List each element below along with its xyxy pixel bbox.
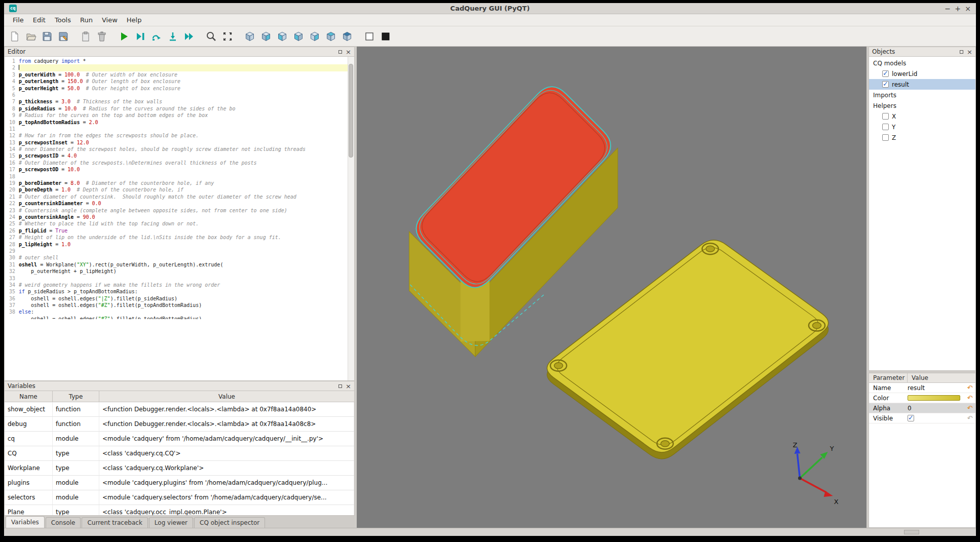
save-file-button[interactable] xyxy=(40,29,55,44)
editor-scrollbar[interactable] xyxy=(348,57,354,380)
variable-row-plugins[interactable]: pluginsmodule<module 'cadquery.plugins' … xyxy=(5,476,354,490)
variable-row-Workplane[interactable]: Workplanetype<class 'cadquery.cq.Workpla… xyxy=(5,461,354,476)
editor-float-icon[interactable] xyxy=(338,50,342,54)
code-line[interactable]: 27# Height of lip on the underside of th… xyxy=(5,234,348,241)
code-line[interactable]: 13p_screwpostInset = 12.0 xyxy=(5,139,348,146)
code-line[interactable]: 7p_thickness = 3.0 # Thickness of the bo… xyxy=(5,98,348,105)
variable-row-debug[interactable]: debugfunction<function Debugger.render.<… xyxy=(5,417,354,432)
code-line[interactable]: 37 oshell = oshell.edges("#Z").fillet(p_… xyxy=(5,302,348,308)
code-line[interactable]: 2 xyxy=(5,64,348,71)
undo-icon[interactable]: ↶ xyxy=(965,414,974,422)
step-into-button[interactable] xyxy=(165,29,180,44)
close-button[interactable]: × xyxy=(964,5,972,13)
open-file-button[interactable] xyxy=(23,29,39,44)
objects-float-icon[interactable] xyxy=(960,50,963,54)
view-right-button[interactable] xyxy=(307,29,322,44)
fit-all-button[interactable] xyxy=(220,29,235,44)
code-line[interactable]: 28p_lipHeight = 1.0 xyxy=(5,241,348,248)
render-button[interactable] xyxy=(117,29,132,44)
color-swatch[interactable] xyxy=(908,395,960,401)
code-line[interactable]: 8p_sideRadius = 10.0 # Radius for the cu… xyxy=(5,105,348,112)
debug-button[interactable] xyxy=(133,29,148,44)
menu-help[interactable]: Help xyxy=(122,15,146,25)
undo-icon[interactable]: ↶ xyxy=(965,404,974,412)
zoom-button[interactable] xyxy=(204,29,219,44)
clipboard-button[interactable] xyxy=(78,29,93,44)
code-editor[interactable]: 1from cadquery import *23p_outerWidth = … xyxy=(4,57,355,381)
code-line[interactable]: 38else: xyxy=(5,308,348,315)
viewport-3d[interactable]: Z Y X xyxy=(357,47,866,528)
tree-section-imports[interactable]: Imports xyxy=(869,90,975,100)
code-line[interactable]: 34# weird geometry happens if we make th… xyxy=(5,282,348,288)
tree-item-z[interactable]: Z xyxy=(869,132,975,143)
view-front-button[interactable] xyxy=(258,29,274,44)
code-line[interactable]: 15p_screwpostID = 4.0 xyxy=(5,152,348,159)
code-line[interactable]: 19p_boreDiameter = 8.0 # Diameter of the… xyxy=(5,180,348,186)
lid-model[interactable] xyxy=(547,240,828,459)
x-checkbox[interactable] xyxy=(882,113,889,120)
delete-button[interactable] xyxy=(94,29,109,44)
code-line[interactable]: 26p_flipLid = True xyxy=(5,227,348,234)
variable-row-Plane[interactable]: Planetype<class 'cadquery.occ_impl.geom.… xyxy=(5,505,354,516)
param-row-visible[interactable]: Visible↶ xyxy=(869,413,975,423)
code-line[interactable]: 12# How far in from the edges the screwp… xyxy=(5,132,348,139)
y-checkbox[interactable] xyxy=(882,124,889,130)
code-line[interactable]: 21# Outer diameter of countersink. Shoul… xyxy=(5,193,348,200)
editor-close-icon[interactable]: × xyxy=(346,49,351,55)
variable-row-selectors[interactable]: selectorsmodule<module 'cadquery.selecto… xyxy=(5,490,354,505)
tab-current-traceback[interactable]: Current traceback xyxy=(82,517,147,528)
tab-cq-object-inspector[interactable]: CQ object inspector xyxy=(194,517,265,528)
wireframe-button[interactable] xyxy=(362,29,377,44)
view-top-button[interactable] xyxy=(323,29,338,44)
code-line[interactable]: 6 xyxy=(5,92,348,98)
save-as-file-button[interactable] xyxy=(56,29,71,44)
scrollbar-thumb[interactable] xyxy=(349,64,353,158)
maximize-button[interactable]: + xyxy=(954,5,962,13)
visible-checkbox[interactable] xyxy=(908,415,914,421)
menu-tools[interactable]: Tools xyxy=(50,15,76,25)
view-left-button[interactable] xyxy=(291,29,306,44)
menu-run[interactable]: Run xyxy=(76,15,97,25)
code-line[interactable]: 20p_boreDepth = 1.0 # Depth of the count… xyxy=(5,186,348,193)
code-line[interactable]: 16# Outer Diameter of the screwposts.\nD… xyxy=(5,160,348,166)
param-row-name[interactable]: Nameresult↶ xyxy=(869,383,975,393)
undo-icon[interactable]: ↶ xyxy=(965,394,974,402)
view-iso-button[interactable] xyxy=(242,29,257,44)
code-line[interactable]: 18 xyxy=(5,173,348,180)
view-back-button[interactable] xyxy=(275,29,290,44)
shaded-button[interactable] xyxy=(378,29,393,44)
code-line[interactable]: 4p_outerLength = 150.0 # Outer length of… xyxy=(5,78,348,85)
code-line[interactable]: 17p_screwpostOD = 10.0 xyxy=(5,166,348,173)
code-line[interactable]: 10p_topAndBottomRadius = 2.0 xyxy=(5,119,348,126)
tree-section-cq-models[interactable]: CQ models xyxy=(869,58,975,68)
code-line[interactable]: 5p_outerHeight = 50.0 # Outer height of … xyxy=(5,85,348,92)
param-row-color[interactable]: Color↶ xyxy=(869,393,975,403)
undo-icon[interactable]: ↶ xyxy=(965,384,974,392)
result-checkbox[interactable] xyxy=(882,81,889,88)
code-line[interactable]: 32 p_outerHeight + p_lipHeight) xyxy=(5,268,348,275)
3d-scene[interactable]: Z Y X xyxy=(357,47,866,528)
code-line[interactable]: 29 xyxy=(5,248,348,254)
step-over-button[interactable] xyxy=(149,29,164,44)
tab-variables[interactable]: Variables xyxy=(6,516,45,528)
tab-console[interactable]: Console xyxy=(46,517,81,528)
code-line[interactable]: 9# Radius for the curves on the top and … xyxy=(5,112,348,119)
continue-button[interactable] xyxy=(181,29,197,44)
code-line[interactable]: 14# nner Diameter of the screwpost holes… xyxy=(5,146,348,152)
code-line[interactable]: 33 xyxy=(5,275,348,282)
code-line[interactable]: 30# outer shell xyxy=(5,254,348,261)
view-bottom-button[interactable] xyxy=(340,29,355,44)
box-body-model[interactable] xyxy=(409,87,618,357)
code-line[interactable]: 24p_countersinkAngle = 90.0 xyxy=(5,214,348,220)
tree-item-y[interactable]: Y xyxy=(869,122,975,132)
code-line[interactable]: 23# Countersink angle (complete angle be… xyxy=(5,207,348,214)
variable-row-cq[interactable]: cqmodule<module 'cadquery' from '/home/a… xyxy=(5,432,354,446)
minimize-button[interactable]: − xyxy=(944,5,952,13)
code-line[interactable]: 36 oshell = oshell.edges("|Z").fillet(p_… xyxy=(5,295,348,302)
new-file-button[interactable] xyxy=(7,29,22,44)
menu-file[interactable]: File xyxy=(8,15,28,25)
code-line[interactable]: 35if p_sideRadius > p_topAndBottomRadius… xyxy=(5,288,348,295)
variable-row-CQ[interactable]: CQtype<class 'cadquery.cq.CQ'> xyxy=(5,446,354,461)
z-checkbox[interactable] xyxy=(882,134,889,141)
code-line[interactable]: 31oshell = Workplane("XY").rect(p_outerW… xyxy=(5,261,348,268)
